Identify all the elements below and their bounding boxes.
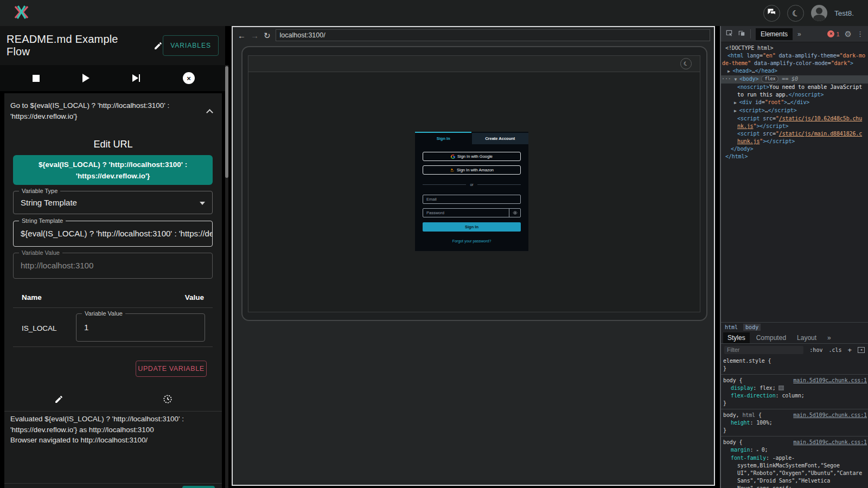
tab-styles[interactable]: Styles <box>723 332 750 343</box>
collapse-step-icon[interactable] <box>206 109 213 116</box>
dom-tree-line[interactable]: ▶ <head>…</head> <box>721 67 868 75</box>
dom-tree-line[interactable]: ▶ <div id="root">…</div> <box>721 99 868 107</box>
row-variable-value-input[interactable]: Variable Value 1 <box>76 313 205 342</box>
google-sign-in-button[interactable]: Sign In with Google <box>423 152 521 161</box>
tab-layout[interactable]: Layout <box>793 332 821 343</box>
css-rule-line[interactable]: main.5d109c…chunk.css:1body { <box>721 377 868 384</box>
play-icon[interactable] <box>82 74 90 82</box>
string-template-input[interactable]: String Template ${eval(IS_LOCAL) ? 'http… <box>13 221 213 247</box>
css-rule-line[interactable]: Neue",sans-serif; <box>721 485 868 488</box>
password-field[interactable]: Password <box>423 208 521 217</box>
css-rule-line[interactable]: } <box>721 427 868 434</box>
css-rule-line[interactable]: } <box>721 400 868 407</box>
dom-tree-line[interactable]: </html> <box>721 153 868 160</box>
inspect-element-icon[interactable] <box>725 29 733 39</box>
devtools-toolbar: Elements » × 1 ⚙ ⋮ <box>721 26 868 42</box>
app-root: { "topbar": { "username": "Test8." }, "f… <box>0 0 868 488</box>
table-row: IS_LOCAL Variable Value 1 <box>13 308 213 347</box>
variables-button[interactable]: VARIABLES <box>163 35 219 56</box>
app-dark-mode-toggle[interactable]: ☾ <box>680 58 692 69</box>
flow-panel-scrollbar[interactable] <box>225 65 228 488</box>
device-frame: ☾ Sign In Create Account Sign In wi <box>241 46 707 321</box>
sign-in-submit-button[interactable]: Sign In <box>423 222 521 232</box>
css-rule-line[interactable]: UI","Roboto","Oxygen","Ubuntu","Cantare <box>721 470 868 477</box>
css-rule-line[interactable]: main.5d109c…chunk.css:1body { <box>721 439 868 446</box>
dom-tree-line[interactable]: <script src="/static/js/main.d8841826.c <box>721 130 868 138</box>
css-rule-line[interactable]: main.5d109c…chunk.css:1body, html { <box>721 412 868 419</box>
dom-tree-line[interactable]: <script src="/static/js/10.62d48c5b.chu <box>721 115 868 123</box>
toggle-sidebar-icon[interactable]: ◂ <box>858 347 865 353</box>
tab-create-account[interactable]: Create Account <box>472 133 529 144</box>
css-rule-line[interactable]: } <box>721 365 868 373</box>
update-variable-button[interactable]: UPDATE VARIABLE <box>136 361 207 377</box>
forgot-password-link[interactable]: Forgot your password? <box>415 239 528 243</box>
divider <box>750 29 751 38</box>
scrollbar-thumb[interactable] <box>225 66 228 178</box>
dom-tree-line[interactable]: to run this app.</noscript> <box>721 91 868 99</box>
dom-tree-line[interactable]: hunk.js"></script> <box>721 138 868 145</box>
kebab-menu-icon[interactable]: ⋮ <box>857 30 864 38</box>
skip-to-end-icon[interactable] <box>132 74 141 82</box>
error-badge[interactable]: × 1 <box>827 30 839 37</box>
css-rule-line[interactable]: margin: ▸ 0; <box>721 446 868 454</box>
amazon-sign-in-button[interactable]: a Sign In with Amazon <box>423 165 521 175</box>
css-rule-line[interactable]: height: 100%; <box>721 419 868 427</box>
tab-sign-in[interactable]: Sign In <box>415 133 472 144</box>
tab-elements[interactable]: Elements <box>756 28 793 40</box>
back-icon[interactable]: ← <box>238 31 246 40</box>
dom-tree-line[interactable]: nk.js"></script> <box>721 123 868 130</box>
app-top-bar: ☾ <box>248 56 700 72</box>
save-button[interactable]: SAVE <box>182 486 215 488</box>
edit-step-button[interactable] <box>4 390 113 408</box>
new-style-rule-icon[interactable]: + <box>848 346 852 354</box>
timer-button[interactable] <box>113 390 222 408</box>
refresh-icon[interactable]: ↻ <box>264 31 271 40</box>
css-rule-line[interactable]: Sans","Droid Sans","Helvetica <box>721 477 868 485</box>
user-avatar[interactable] <box>811 5 827 21</box>
styles-panel-tabs: Styles Computed Layout » <box>721 332 868 344</box>
step-title[interactable]: Go to ${eval(IS_LOCAL) ? 'http://localho… <box>10 100 200 121</box>
more-panel-tabs-icon[interactable]: » <box>823 332 835 343</box>
chat-button[interactable] <box>763 5 780 22</box>
edit-flow-title-button[interactable] <box>154 41 163 50</box>
css-rule-line[interactable]: font-family: -apple- <box>721 454 868 462</box>
email-field[interactable]: Email <box>423 195 521 204</box>
dom-tree-line[interactable]: ··· ▼ <body>flex == $0 <box>721 75 868 84</box>
stop-icon[interactable] <box>33 75 40 82</box>
tab-computed[interactable]: Computed <box>752 332 790 343</box>
css-rule-line[interactable]: system,BlinkMacSystemFont,"Segoe <box>721 462 868 470</box>
template-highlight[interactable]: ${eval(IS_LOCAL) ? 'http://localhost:310… <box>13 155 213 185</box>
close-circle-icon[interactable]: × <box>183 72 195 84</box>
gear-icon[interactable]: ⚙ <box>845 29 852 39</box>
breadcrumb-html[interactable]: html <box>725 324 738 330</box>
url-input[interactable]: localhost:3100/ <box>276 29 710 41</box>
show-password-button[interactable] <box>509 209 520 217</box>
device-toolbar-icon[interactable] <box>738 29 745 39</box>
class-toggle[interactable]: .cls <box>828 347 841 353</box>
sign-in-card: Sign In Create Account Sign In with Goog… <box>415 132 528 251</box>
more-tabs-icon[interactable]: » <box>797 30 801 38</box>
chevron-down-icon <box>200 202 205 205</box>
variable-type-select[interactable]: Variable Type String Template <box>13 191 213 214</box>
dom-tree-line[interactable]: </body> <box>721 145 868 153</box>
css-rule-line[interactable]: flex-direction: column; <box>721 392 868 400</box>
divider <box>4 411 222 412</box>
dom-tree-line[interactable]: <noscript>You need to enable JavaScript <box>721 84 868 91</box>
dom-tree-line[interactable]: de-theme" data-amplify-color-mode="dark"… <box>721 60 868 67</box>
devtools-panel: Elements » × 1 ⚙ ⋮ <!DOCTYPE html><html … <box>720 26 868 488</box>
dark-mode-toggle[interactable]: ☾ <box>787 5 804 22</box>
timer-icon <box>163 394 173 404</box>
hover-state-toggle[interactable]: :hov <box>809 347 822 353</box>
variable-name: IS_LOCAL <box>22 324 57 332</box>
breadcrumb-body[interactable]: body <box>743 324 761 331</box>
dom-tree-line[interactable]: <!DOCTYPE html> <box>721 44 868 52</box>
dom-tree-line[interactable]: <html lang="en" data-amplify-theme="dark… <box>721 52 868 60</box>
reflow-logo-icon[interactable] <box>13 4 30 23</box>
row-field-label: Variable Value <box>82 310 125 317</box>
variable-value-display[interactable]: Variable Value http://localhost:3100 <box>13 253 213 279</box>
css-rule-line[interactable]: display: flex; <box>721 384 868 392</box>
dom-tree-line[interactable]: ▶ <script>…</script> <box>721 107 868 115</box>
styles-filter-input[interactable]: Filter <box>724 346 803 354</box>
forward-icon[interactable]: → <box>251 31 259 40</box>
css-rule-line[interactable]: element.style { <box>721 357 868 365</box>
